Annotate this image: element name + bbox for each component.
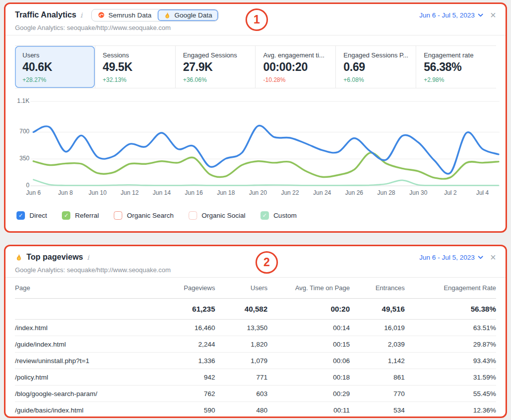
x-axis-label: Jun 14	[153, 189, 171, 196]
legend-label: Referral	[75, 212, 99, 219]
x-axis-label: Jun 28	[377, 189, 395, 196]
data-source-toggle: Semrush Data Google Data	[91, 9, 219, 21]
info-icon[interactable]: i	[80, 11, 82, 19]
y-axis-label: 700	[16, 128, 29, 135]
x-axis-label: Jun 30	[409, 189, 427, 196]
cell-entrances: 770	[350, 390, 405, 398]
chart-legend: Direct Referral Organic Search Organic S…	[16, 211, 496, 220]
checkbox-custom[interactable]	[260, 211, 269, 220]
info-icon[interactable]: i	[87, 254, 89, 261]
series-line-direct	[33, 125, 499, 174]
x-axis-label: Jun 18	[217, 189, 235, 196]
cell-entrances: 534	[350, 407, 405, 414]
y-axis-label: 0	[16, 182, 29, 189]
close-icon[interactable]: ×	[490, 253, 496, 262]
column-header-pageviews[interactable]: Pageviews	[155, 284, 215, 292]
date-range-text: Jun 6 - Jul 5, 2023	[419, 11, 475, 19]
cell-users: 603	[215, 390, 267, 398]
close-icon[interactable]: ×	[490, 10, 496, 19]
metric-tiles: Users 40.6K +28.27% Sessions 49.5K +32.1…	[15, 45, 496, 88]
metric-tile-engaged-sessions[interactable]: Engaged Sessions 27.9K +36.06%	[175, 46, 256, 88]
tab-semrush-data[interactable]: Semrush Data	[92, 9, 157, 21]
cell-avg-time: 00:18	[267, 374, 350, 381]
date-range-selector[interactable]: Jun 6 - Jul 5, 2023	[419, 11, 483, 19]
y-axis-label: 1.1K	[16, 97, 29, 104]
date-range-selector[interactable]: Jun 6 - Jul 5, 2023	[419, 254, 483, 261]
top-pageviews-widget: Top pageviews i Jun 6 - Jul 5, 2023 × Go…	[4, 245, 507, 418]
chart-canvas	[16, 95, 501, 198]
metric-delta: +28.27%	[22, 76, 87, 83]
column-header-engagement-rate[interactable]: Engagement Rate	[405, 284, 496, 292]
x-axis-label: Jun 16	[185, 189, 203, 196]
series-line-referral	[33, 153, 499, 179]
legend-item-referral[interactable]: Referral	[62, 211, 99, 220]
metric-tile-sessions[interactable]: Sessions 49.5K +32.13%	[95, 46, 175, 88]
cell-users: 480	[215, 407, 267, 414]
page-path: /policy.html	[15, 374, 155, 381]
tab-label: Google Data	[174, 11, 212, 19]
total-entrances: 49,516	[350, 305, 405, 313]
chevron-down-icon	[478, 13, 483, 17]
cell-avg-time: 00:11	[267, 407, 350, 414]
metric-tile-engaged-sessions-per[interactable]: Engaged Sessions P... 0.69 +6.08%	[335, 46, 416, 88]
page-path: /blog/google-search-param/	[15, 390, 155, 398]
legend-label: Direct	[29, 212, 47, 219]
legend-item-custom[interactable]: Custom	[260, 211, 297, 220]
metric-delta: +6.08%	[343, 76, 408, 83]
checkbox-organic-search[interactable]	[114, 211, 122, 220]
metric-label: Engagement rate	[424, 51, 489, 59]
cell-entrances: 1,142	[350, 357, 405, 365]
table-row: /review/uninstall.php?t=1 1,336 1,079 00…	[15, 353, 496, 369]
column-header-entrances[interactable]: Entrances	[350, 284, 405, 292]
traffic-line-chart: 1.1K7003500 Jun 6Jun 8Jun 10Jun 12Jun 14…	[16, 95, 501, 198]
cell-users: 771	[215, 374, 267, 381]
x-axis-label: Jun 22	[281, 189, 299, 196]
page-path: /index.html	[15, 324, 155, 332]
cell-avg-time: 00:06	[267, 357, 350, 365]
column-header-users[interactable]: Users	[215, 284, 267, 292]
chevron-down-icon	[478, 256, 483, 259]
metric-delta: -10.28%	[263, 76, 328, 83]
legend-item-direct[interactable]: Direct	[16, 211, 47, 220]
table-header-row: Page Pageviews Users Avg. Time on Page E…	[15, 278, 496, 299]
checkbox-direct[interactable]	[16, 211, 25, 220]
metric-delta: +32.13%	[103, 76, 168, 83]
cell-avg-time: 00:14	[267, 324, 350, 332]
page-path: /guide/index.html	[15, 341, 155, 348]
cell-pageviews: 942	[155, 374, 215, 381]
total-engagement-rate: 56.38%	[405, 305, 496, 313]
annotation-circle-2: 2	[256, 251, 278, 274]
page-title: Top pageviews	[26, 253, 83, 262]
metric-tile-engagement-rate[interactable]: Engagement rate 56.38% +2.98%	[416, 46, 496, 88]
total-users: 40,582	[215, 305, 267, 313]
metric-value: 27.9K	[183, 60, 248, 74]
legend-item-organic-search[interactable]: Organic Search	[114, 211, 174, 220]
table-totals-row: 61,235 40,582 00:20 49,516 56.38%	[15, 299, 496, 320]
table-row: /guide/basic/index.html 590 480 00:11 53…	[15, 402, 496, 419]
column-header-avg-time[interactable]: Avg. Time on Page	[267, 284, 350, 292]
page-path: /guide/basic/index.html	[15, 407, 155, 414]
x-axis-label: Jun 20	[249, 189, 267, 196]
x-axis-label: Jun 12	[121, 189, 139, 196]
cell-engagement-rate: 12.36%	[405, 407, 496, 414]
checkbox-referral[interactable]	[62, 211, 70, 220]
checkbox-organic-social[interactable]	[189, 211, 197, 220]
metric-label: Avg. engagement ti...	[263, 51, 328, 59]
pageviews-table: Page Pageviews Users Avg. Time on Page E…	[15, 278, 496, 419]
metric-tile-avg-engagement-time[interactable]: Avg. engagement ti... 00:00:20 -10.28%	[255, 46, 335, 88]
metric-value: 49.5K	[103, 60, 168, 74]
x-axis-label: Jul 2	[444, 189, 457, 196]
metric-delta: +2.98%	[424, 76, 489, 83]
cell-pageviews: 590	[155, 407, 215, 414]
cell-entrances: 861	[350, 374, 405, 381]
metric-label: Engaged Sessions	[183, 51, 248, 59]
metric-tile-users[interactable]: Users 40.6K +28.27%	[15, 46, 95, 88]
cell-pageviews: 16,460	[155, 324, 215, 332]
table-row: /policy.html 942 771 00:18 861 31.59%	[15, 369, 496, 386]
metric-value: 56.38%	[424, 60, 489, 74]
legend-label: Organic Search	[127, 212, 174, 219]
legend-item-organic-social[interactable]: Organic Social	[189, 211, 246, 220]
tab-google-data[interactable]: Google Data	[157, 9, 218, 21]
column-header-page[interactable]: Page	[15, 284, 155, 292]
x-axis-label: Jun 6	[26, 189, 40, 196]
